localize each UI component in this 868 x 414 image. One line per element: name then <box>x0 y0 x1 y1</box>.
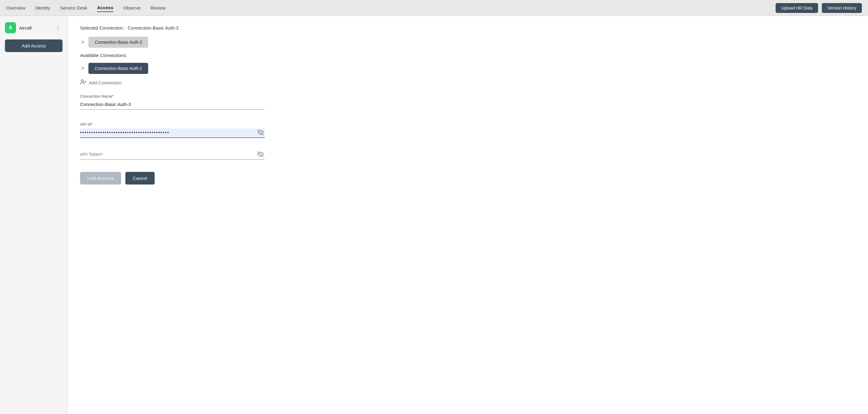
nav-review[interactable]: Review <box>151 4 166 12</box>
add-access-button[interactable]: Add Access <box>5 39 63 52</box>
selected-connection-chevron[interactable]: > <box>80 38 85 46</box>
add-connection-label: Add Connection <box>89 80 122 85</box>
nav-identity[interactable]: Identity <box>35 4 50 12</box>
api-token-wrapper <box>80 150 265 160</box>
api-token-toggle-visibility-button[interactable] <box>257 151 264 159</box>
cancel-button[interactable]: Cancel <box>125 172 155 185</box>
available-connection-1-row: > Connection-Basic Auth-1 <box>80 63 856 74</box>
add-person-icon <box>80 79 86 87</box>
content-panel: Selected Connection : Connection-Basic A… <box>68 16 868 414</box>
connection-name-section: Connection Name* <box>80 94 856 110</box>
api-id-label: API Id* <box>80 122 856 127</box>
connection-name-wrapper <box>80 100 265 110</box>
api-id-wrapper <box>80 128 265 138</box>
add-connection-row[interactable]: Add Connection <box>80 79 856 87</box>
available-connection-1-chevron[interactable]: > <box>80 64 85 72</box>
available-connection-1-tag-button[interactable]: Connection-Basic Auth-1 <box>88 63 148 74</box>
main-layout: A Aircall ⋮ Add Access Selected Connecti… <box>0 16 868 414</box>
sidebar: A Aircall ⋮ Add Access <box>0 16 68 414</box>
top-navigation: Overview Identity Service Desk Access Ob… <box>0 0 868 16</box>
link-account-button[interactable]: Link Account <box>80 172 121 185</box>
api-id-section: API Id* <box>80 122 856 138</box>
api-id-input[interactable] <box>80 128 265 136</box>
connection-name-input[interactable] <box>80 100 265 108</box>
selected-connection-item-row: > Connection-Basic Auth-2 <box>80 37 856 48</box>
api-token-input[interactable] <box>80 150 265 158</box>
connection-name-label: Connection Name* <box>80 94 856 99</box>
api-id-toggle-visibility-button[interactable] <box>257 129 264 137</box>
available-connections-label: Available Connections: <box>80 53 856 58</box>
nav-access[interactable]: Access <box>97 4 113 12</box>
selected-connection-value: Connection-Basic Auth-2 <box>128 25 179 31</box>
nav-actions: Upload HR Data Version History <box>776 3 862 13</box>
nav-overview[interactable]: Overview <box>6 4 26 12</box>
app-name: Aircall <box>19 25 50 31</box>
app-row: A Aircall ⋮ <box>5 22 63 33</box>
upload-hr-data-button[interactable]: Upload HR Data <box>776 3 818 13</box>
selected-connection-tag-button[interactable]: Connection-Basic Auth-2 <box>88 37 148 48</box>
svg-point-0 <box>81 80 84 82</box>
selected-connection-label: Selected Connection : <box>80 25 125 31</box>
nav-service-desk[interactable]: Service Desk <box>60 4 87 12</box>
app-icon: A <box>5 22 16 33</box>
more-options-button[interactable]: ⋮ <box>53 24 63 32</box>
nav-items: Overview Identity Service Desk Access Ob… <box>6 4 776 12</box>
version-history-button[interactable]: Version History <box>822 3 862 13</box>
bottom-actions: Link Account Cancel <box>80 172 856 185</box>
main-content: Selected Connection : Connection-Basic A… <box>68 16 868 414</box>
nav-observe[interactable]: Observe <box>123 4 141 12</box>
app-initial: A <box>9 25 12 31</box>
selected-connection-row: Selected Connection : Connection-Basic A… <box>80 25 856 31</box>
api-token-section <box>80 150 856 160</box>
